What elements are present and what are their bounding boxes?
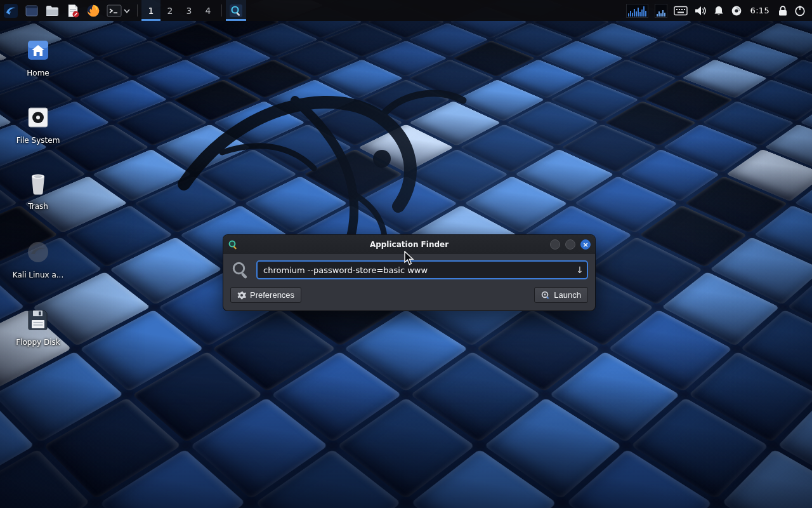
desktop-icon-label: File System xyxy=(10,136,66,145)
panel-separator xyxy=(221,4,222,17)
desktop-icon-label: Home xyxy=(10,69,66,77)
window-title: Application Finder xyxy=(223,240,595,249)
launch-button[interactable]: Launch xyxy=(534,287,588,303)
terminal-launcher[interactable] xyxy=(103,0,133,21)
firefox-icon xyxy=(86,4,100,18)
floppy-disk-icon xyxy=(25,306,51,333)
command-input[interactable] xyxy=(256,260,588,279)
search-icon xyxy=(230,260,251,280)
desktop-screen: 1 2 3 4 xyxy=(0,0,812,508)
minimize-button[interactable] xyxy=(550,239,560,250)
file-manager-icon xyxy=(45,4,60,18)
workspace-3-label: 3 xyxy=(187,6,192,16)
power-icon xyxy=(794,5,806,17)
desktop-icon-home[interactable]: Home xyxy=(10,37,66,77)
window-buttons: × xyxy=(550,239,591,250)
workspace-1-button[interactable]: 1 xyxy=(141,0,160,21)
launch-icon xyxy=(541,291,550,300)
application-finder-task-icon xyxy=(229,4,243,18)
history-dropdown-icon[interactable]: ↓ xyxy=(576,265,584,275)
cpu-graph xyxy=(626,4,648,18)
dialog-actions: Preferences Launch xyxy=(230,287,588,303)
text-editor-icon xyxy=(66,4,80,18)
screen-lock-button[interactable] xyxy=(775,0,791,21)
bell-icon xyxy=(713,5,724,17)
keyboard-icon xyxy=(674,6,688,16)
text-editor-launcher[interactable] xyxy=(63,0,83,21)
update-disc-icon xyxy=(731,5,742,17)
firefox-launcher[interactable] xyxy=(83,0,103,21)
workspace-2-button[interactable]: 2 xyxy=(160,0,180,21)
workspace-1-label: 1 xyxy=(148,6,154,16)
clock[interactable]: 6:15 xyxy=(745,0,775,21)
dialog-body: ↓ Preferences Launch xyxy=(223,254,595,311)
desktop-icon-label: Trash xyxy=(10,202,66,211)
desktop-icon-kali-linux[interactable]: Kali Linux a... xyxy=(10,239,66,279)
window-launcher[interactable] xyxy=(22,0,42,21)
lock-icon xyxy=(778,5,788,17)
file-system-icon xyxy=(25,104,51,131)
maximize-button[interactable] xyxy=(565,239,575,250)
workspace-4-label: 4 xyxy=(206,6,211,16)
panel-left-group: 1 2 3 4 xyxy=(0,0,246,21)
preferences-button[interactable]: Preferences xyxy=(230,287,301,303)
taskbar-application-finder-button[interactable] xyxy=(226,0,246,21)
finder-window-icon xyxy=(228,239,239,250)
volume-control[interactable] xyxy=(691,0,710,21)
close-icon: × xyxy=(582,241,588,248)
launch-label: Launch xyxy=(554,290,581,300)
top-panel: 1 2 3 4 xyxy=(0,0,812,21)
kali-installer-icon xyxy=(25,239,51,265)
file-manager-launcher[interactable] xyxy=(42,0,63,21)
command-row: ↓ xyxy=(230,260,588,280)
panel-separator xyxy=(137,4,138,17)
logout-button[interactable] xyxy=(791,0,812,21)
desktop-icon-file-system[interactable]: File System xyxy=(10,104,66,145)
kali-menu-icon xyxy=(3,3,18,18)
network-graph-widget[interactable] xyxy=(652,0,671,21)
keyboard-indicator[interactable] xyxy=(671,0,691,21)
terminal-icon xyxy=(107,4,122,18)
updates-widget[interactable] xyxy=(728,0,745,21)
desktop-icon-trash[interactable]: Trash xyxy=(10,170,66,211)
command-input-wrap: ↓ xyxy=(256,260,588,279)
desktop-icon-label: Kali Linux a... xyxy=(10,271,66,279)
desktop-icon-label: Floppy Disk xyxy=(10,338,66,347)
trash-icon xyxy=(25,170,51,197)
workspace-4-button[interactable]: 4 xyxy=(199,0,218,21)
titlebar[interactable]: Application Finder × xyxy=(223,235,595,254)
network-graph xyxy=(655,4,667,18)
chevron-down-icon xyxy=(124,8,130,13)
workspace-3-button[interactable]: 3 xyxy=(180,0,199,21)
preferences-label: Preferences xyxy=(250,290,294,300)
application-finder-window: Application Finder × ↓ xyxy=(223,235,595,311)
desktop-icon-floppy-disk[interactable]: Floppy Disk xyxy=(10,306,66,347)
volume-icon xyxy=(694,5,707,17)
window-icon xyxy=(25,4,39,18)
gear-icon xyxy=(237,291,246,300)
workspace-2-label: 2 xyxy=(167,6,173,16)
clock-time: 6:15 xyxy=(750,6,769,15)
cpu-graph-widget[interactable] xyxy=(623,0,652,21)
home-folder-icon xyxy=(25,37,51,64)
applications-menu-button[interactable] xyxy=(0,0,22,21)
close-button[interactable]: × xyxy=(580,239,591,250)
panel-right-group: 6:15 xyxy=(623,0,812,21)
notifications-widget[interactable] xyxy=(710,0,728,21)
